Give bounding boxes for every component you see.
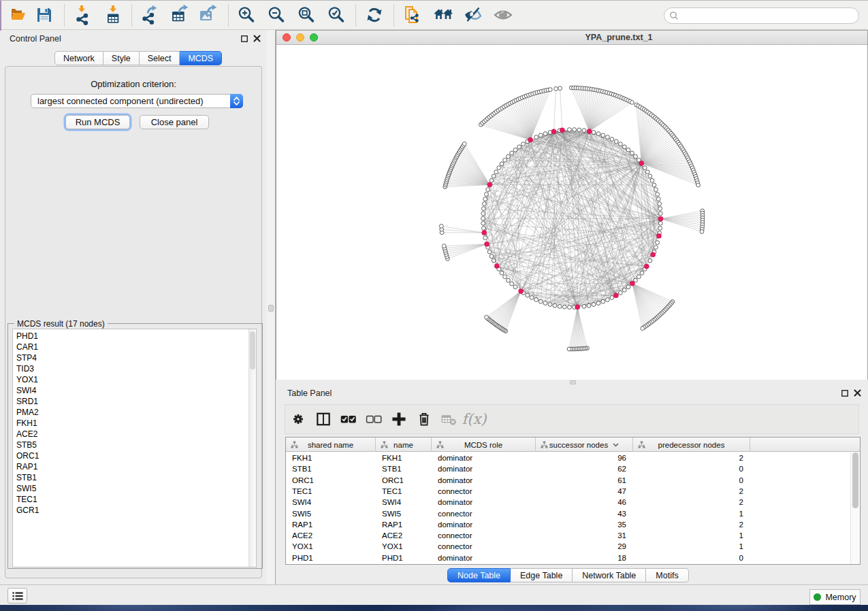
table-panel-tabs: Node TableEdge TableNetwork TableMotifs [447, 568, 689, 582]
tab-network[interactable]: Network [54, 51, 103, 65]
table-row[interactable]: RAP1RAP1dominator352 [286, 519, 860, 530]
optimization-criterion-select[interactable]: largest connected component (undirected) [31, 94, 243, 108]
cell-mcds_role: connector [432, 486, 536, 497]
column-header-name[interactable]: name [376, 437, 432, 452]
cell-predecessor_nodes: 1 [633, 508, 750, 519]
mcds-result-item[interactable]: STP4 [16, 352, 39, 363]
memory-button[interactable]: Memory [809, 589, 861, 605]
table-settings-icon[interactable] [285, 407, 310, 431]
zoom-fit-icon[interactable] [294, 3, 319, 27]
export-table-icon[interactable] [167, 3, 192, 27]
delete-icon[interactable] [411, 407, 436, 431]
import-table-icon[interactable] [101, 3, 125, 27]
horizontal-splitter-grip[interactable] [570, 380, 576, 384]
close-panel-icon[interactable] [854, 389, 861, 397]
mcds-result-item[interactable]: YOX1 [16, 374, 39, 385]
network-canvas[interactable] [276, 45, 867, 380]
cell-mcds_role: dominator [432, 552, 536, 563]
table-row[interactable]: SWI5SWI5connector431 [286, 508, 860, 519]
control-panel-header: Control Panel [0, 30, 266, 48]
mcds-result-item[interactable]: TEC1 [16, 494, 39, 505]
table-row[interactable]: STB1STB1dominator620 [286, 463, 860, 474]
zoom-in-icon[interactable] [234, 3, 259, 27]
show-panels-button[interactable] [7, 588, 27, 604]
mcds-result-item[interactable]: SWI5 [16, 483, 39, 494]
vertical-splitter-grip[interactable] [268, 305, 274, 312]
show-all-icon[interactable] [491, 3, 515, 27]
zoom-out-icon[interactable] [264, 3, 289, 27]
tab-mcds[interactable]: MCDS [180, 51, 222, 65]
function-builder-icon[interactable]: f(x) [462, 407, 487, 431]
mcds-result-item[interactable]: SRD1 [16, 396, 39, 407]
table-row[interactable]: TEC1TEC1connector472 [286, 486, 860, 497]
delete-table-icon[interactable] [436, 407, 462, 431]
deselect-all-icon[interactable] [361, 407, 386, 431]
cell-predecessor_nodes: 2 [633, 497, 750, 508]
first-neighbors-icon[interactable] [431, 3, 455, 27]
cell-mcds_role: dominator [432, 475, 536, 486]
search-input[interactable] [664, 7, 859, 24]
mcds-result-item[interactable]: ORC1 [16, 450, 39, 461]
hide-selected-icon[interactable] [461, 3, 485, 27]
float-panel-icon[interactable] [841, 390, 848, 397]
select-all-icon[interactable] [336, 407, 361, 431]
table-row[interactable]: ORC1ORC1dominator610 [286, 475, 860, 486]
column-header-successor-nodes[interactable]: successor nodes [536, 437, 633, 452]
mcds-result-item[interactable]: GCR1 [16, 505, 39, 516]
mcds-result-item[interactable]: CAR1 [16, 342, 39, 352]
close-panel-icon[interactable] [253, 35, 261, 42]
table-row[interactable]: FKH1FKH1dominator962 [286, 452, 860, 463]
column-header-shared-name[interactable]: shared name [286, 437, 376, 452]
cell-predecessor_nodes: 2 [633, 452, 750, 463]
tab-select[interactable]: Select [140, 51, 180, 65]
tab-style[interactable]: Style [103, 51, 140, 65]
mcds-result-item[interactable]: PMA2 [16, 407, 39, 418]
add-icon[interactable] [386, 407, 411, 431]
tab-node-table[interactable]: Node Table [447, 568, 511, 582]
table-row[interactable]: ACE2ACE2connector311 [286, 530, 860, 541]
cell-successor_nodes: 96 [536, 452, 633, 463]
float-panel-icon[interactable] [241, 35, 248, 42]
node-table: shared namenameMCDS rolesuccessor nodesp… [285, 437, 861, 565]
run-mcds-button[interactable]: Run MCDS [65, 115, 130, 129]
apply-layout-icon[interactable] [362, 3, 387, 27]
close-panel-button[interactable]: Close panel [140, 115, 209, 129]
main-toolbar [0, 1, 868, 30]
tab-edge-table[interactable]: Edge Table [511, 568, 573, 582]
import-network-icon[interactable] [69, 3, 94, 27]
search-icon [669, 11, 679, 20]
cell-shared_name: SWI5 [286, 508, 376, 519]
mcds-result-list[interactable]: PHD1CAR1STP4TID3YOX1SWI4SRD1PMA2FKH1ACE2… [12, 329, 257, 567]
mcds-result-item[interactable]: STB5 [16, 440, 39, 450]
mcds-result-item[interactable]: PHD1 [16, 331, 39, 342]
mcds-result-item[interactable]: ACE2 [16, 429, 39, 440]
cell-shared_name: PHD1 [286, 552, 376, 563]
mcds-result-item[interactable]: RAP1 [16, 461, 39, 472]
column-header-predecessor-nodes[interactable]: predecessor nodes [633, 437, 750, 452]
table-row[interactable]: PHD1PHD1dominator180 [286, 552, 860, 563]
open-session-icon[interactable] [6, 3, 31, 27]
mcds-result-item[interactable]: FKH1 [16, 418, 39, 429]
table-panel: Table Panel f(x) shared namenameMCDS rol… [276, 385, 868, 584]
table-row[interactable]: YOX1YOX1connector291 [286, 541, 860, 552]
mcds-result-item[interactable]: TID3 [16, 363, 39, 374]
toggle-panel-icon[interactable] [310, 407, 336, 431]
column-header-MCDS-role[interactable]: MCDS role [432, 437, 536, 452]
vertical-splitter[interactable] [266, 30, 276, 584]
zoom-selected-icon[interactable] [324, 3, 349, 27]
mcds-list-scrollbar[interactable] [248, 329, 256, 567]
export-network-icon[interactable] [137, 3, 161, 27]
export-image-icon[interactable] [195, 3, 220, 27]
table-row[interactable]: SWI4SWI4dominator462 [286, 497, 860, 508]
control-panel: Control Panel Optimization criterion: la… [0, 30, 266, 584]
clone-network-icon[interactable] [401, 3, 425, 27]
horizontal-splitter[interactable] [276, 380, 868, 385]
table-scrollbar[interactable] [850, 452, 859, 564]
save-session-icon[interactable] [32, 3, 57, 27]
tab-network-table[interactable]: Network Table [573, 568, 646, 582]
mcds-result-item[interactable]: STB1 [16, 472, 39, 483]
network-window-titlebar[interactable]: YPA_prune.txt_1 [276, 31, 867, 45]
tab-motifs[interactable]: Motifs [646, 568, 688, 582]
cell-successor_nodes: 35 [536, 519, 633, 530]
mcds-result-item[interactable]: SWI4 [16, 385, 39, 396]
